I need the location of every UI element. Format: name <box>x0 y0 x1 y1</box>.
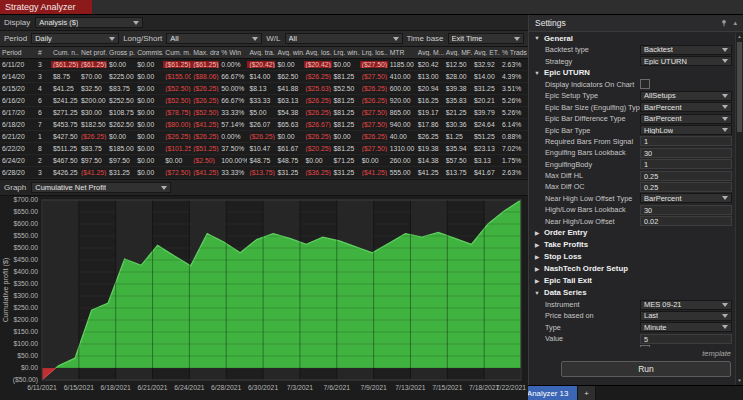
setting-input-high-low-bars-lookback[interactable]: 30 <box>640 205 732 215</box>
setting-select-type[interactable]: Minute <box>640 322 732 332</box>
scroll-thumb[interactable] <box>737 42 742 132</box>
column-header[interactable]: Max. dra... <box>191 49 219 56</box>
scroll-down-icon[interactable]: ▼ <box>737 377 741 385</box>
column-header[interactable]: Avg. MF... <box>444 49 472 56</box>
svg-text:$300.00: $300.00 <box>13 292 38 299</box>
settings-section-general[interactable]: ▼General <box>529 32 735 44</box>
column-header[interactable]: Cum. m... <box>163 49 191 56</box>
run-button[interactable]: Run <box>561 361 731 377</box>
setting-select-backtest-type[interactable]: Backtest <box>640 45 732 55</box>
setting-input-near-high-low-offset[interactable]: 0.02 <box>640 216 732 226</box>
collapse-panel-icon[interactable]: ▴ <box>733 19 737 27</box>
setting-select-epic-setup-type[interactable]: AllSetups <box>640 91 732 101</box>
column-header[interactable]: Avg. M... <box>416 49 444 56</box>
filter-select-w-l[interactable]: All <box>285 33 403 44</box>
table-row[interactable]: 6/18/207$453.75$182.50$262.50$0.00($80.0… <box>0 119 528 131</box>
table-row[interactable]: 6/22/208$511.25$83.75$185.00$0.00($101.2… <box>0 143 528 155</box>
setting-select-near-high-low-offset-type[interactable]: BarPercent <box>640 193 732 203</box>
add-tab-button[interactable]: + <box>578 386 596 400</box>
svg-text:$50.00: $50.00 <box>17 352 38 359</box>
scroll-up-icon[interactable]: ▲ <box>737 33 741 41</box>
settings-section-nashtech-order-setup[interactable]: ▶NashTech Order Setup <box>529 263 735 275</box>
cell: 940.00 <box>388 121 416 128</box>
cell: 555.00 <box>388 169 416 176</box>
chevron-down-icon <box>722 117 728 121</box>
column-header[interactable]: MTR <box>388 49 416 56</box>
settings-section-take-profits[interactable]: ▶Take Profits <box>529 239 735 251</box>
cell: 4.39% <box>500 73 528 80</box>
filter-select-long-short[interactable]: All <box>166 33 262 44</box>
cell: $10.47 <box>247 145 275 152</box>
table-row[interactable]: 6/28/203$426.25($41.25)$31.25$0.00($72.5… <box>0 167 528 179</box>
chevron-down-icon <box>722 303 728 307</box>
cell: $39.38 <box>444 85 472 92</box>
display-select[interactable]: Analysis ($) <box>35 17 143 28</box>
setting-input-engulfing-bars-lookback[interactable]: 30 <box>640 148 732 158</box>
section-title: Epic Tail Exit <box>544 276 592 285</box>
table-row[interactable]: 6/24/202$467.50$97.50$97.50$0.00$0.00($2… <box>0 155 528 167</box>
cell: 37.50% <box>219 145 247 152</box>
column-header[interactable]: Cum. n... <box>51 49 79 56</box>
setting-input-max-diff-oc[interactable]: 0.25 <box>640 182 732 192</box>
pin-icon[interactable] <box>720 19 728 27</box>
settings-section-epic-uturn[interactable]: ▼Epic UTURN <box>529 67 735 79</box>
settings-section-stop-loss[interactable]: ▶Stop Loss <box>529 251 735 263</box>
chart-canvas: ($50.00)$0.00$50.00$100.00$150.00$200.00… <box>0 196 528 400</box>
graph-metric-select[interactable]: Cumulative Net Profit <box>31 182 171 193</box>
setting-select-epic-bar-difference-type[interactable]: BarPercent <box>640 114 732 124</box>
chevron-down-icon <box>722 314 728 318</box>
table-row[interactable]: 6/21/201$427.50($26.25)$0.00$0.00($26.25… <box>0 131 528 143</box>
settings-section-data-series[interactable]: ▼Data Series <box>529 287 735 299</box>
cell: $0.00 <box>135 109 163 116</box>
cell: 2 <box>36 157 51 164</box>
settings-panel: Settings ▴ ▼GeneralBacktest typeBacktest… <box>528 15 743 385</box>
column-header[interactable]: # <box>36 49 51 56</box>
cell: $48.75 <box>275 157 303 164</box>
setting-input-max-diff-hl[interactable]: 0.25 <box>640 171 732 181</box>
column-header[interactable]: Avg. los... <box>304 49 332 56</box>
setting-input-required-bars-from-signal[interactable]: 1 <box>640 136 732 146</box>
checkbox-display-indicators-on-chart[interactable] <box>640 79 650 89</box>
setting-select-price-based-on[interactable]: Last <box>640 311 732 321</box>
table-row[interactable]: 6/11/203($61.25)($61.25)$0.00$0.00($61.2… <box>0 59 528 71</box>
cell: 1.75% <box>500 157 528 164</box>
column-header[interactable]: Commis... <box>135 49 163 56</box>
setting-select-epic-bar-size-engulfing-type[interactable]: BarPercent <box>640 102 732 112</box>
setting-select-epic-bar-type[interactable]: HighLow <box>640 125 732 135</box>
table-row[interactable]: 6/17/206$271.25$30.00$108.75$0.00($78.75… <box>0 107 528 119</box>
table-row[interactable]: 6/16/206$241.25$200.00$252.50$0.00($52.5… <box>0 95 528 107</box>
cell: 57.14% <box>219 121 247 128</box>
column-header[interactable]: Avg. win... <box>275 49 303 56</box>
template-link[interactable]: template <box>702 349 731 358</box>
setting-row: Display Indicators On Chart <box>529 79 735 90</box>
setting-input-value[interactable]: 5 <box>640 334 732 344</box>
table-row[interactable]: 6/14/203$8.75$70.00$225.00$0.00($155.00)… <box>0 71 528 83</box>
cell: $24.64 <box>472 121 500 128</box>
chevron-down-icon <box>133 21 139 25</box>
column-header[interactable]: Lrg. los... <box>360 49 388 56</box>
column-header[interactable]: Period <box>0 49 36 56</box>
filter-select-time-base[interactable]: Exit Time <box>448 33 524 44</box>
cell: ($26.25) <box>247 133 275 140</box>
graph-label: Graph <box>4 183 26 192</box>
filter-select-period[interactable]: Daily <box>31 33 119 44</box>
setting-select-instrument[interactable]: MES 09-21 <box>640 300 732 310</box>
table-row[interactable]: 6/15/204$41.25$32.50$83.75$0.00($52.50)(… <box>0 83 528 95</box>
column-header[interactable]: Avg. ET... <box>472 49 500 56</box>
column-header[interactable]: Lrg. win... <box>332 49 360 56</box>
setting-input-engulfingbody[interactable]: 1 <box>640 159 732 169</box>
settings-scrollbar[interactable]: ▲ ▼ <box>735 33 743 385</box>
cell: $26.25 <box>416 133 444 140</box>
cell: $52.50 <box>332 85 360 92</box>
settings-section-epic-tail-exit[interactable]: ▶Epic Tail Exit <box>529 275 735 287</box>
column-header[interactable]: Gross p... <box>107 49 135 56</box>
column-header[interactable]: % Win <box>219 49 247 56</box>
settings-section-order-entry[interactable]: ▶Order Entry <box>529 227 735 239</box>
cell: $35.83 <box>444 97 472 104</box>
column-header[interactable]: Avg. tra... <box>247 49 275 56</box>
cell: 6 <box>36 97 51 104</box>
column-header[interactable]: % Trads <box>500 49 528 56</box>
column-header[interactable]: Net prof... <box>79 49 107 56</box>
cell: $63.13 <box>275 97 303 104</box>
setting-select-strategy[interactable]: Epic UTURN <box>640 56 732 66</box>
